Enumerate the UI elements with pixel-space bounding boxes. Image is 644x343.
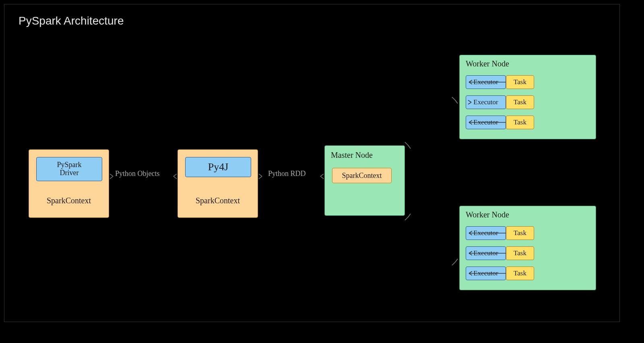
task-box: Task [506,226,534,240]
task-label: Task [514,118,526,126]
py4j-label: Py4J [208,161,229,173]
worker-node-2-title: Worker Node [460,210,596,219]
master-node-container: Master Node SparkContext [324,145,405,216]
task-box: Task [506,95,534,109]
worker-node-2: Worker Node Executor Task Executor [459,206,596,290]
task-box: Task [506,267,534,280]
py4j-master-arrow [258,172,324,184]
task-label: Task [514,249,526,257]
task-label: Task [514,78,526,86]
task-box: Task [506,75,534,89]
task-label: Task [514,269,526,277]
master-worker2-arrow [405,214,459,266]
py4j-sparkcontext-label: SparkContext [178,196,258,205]
pyspark-driver-label: PySpark Driver [57,161,81,177]
diagram-canvas: PySpark Architecture PySpark Driver Spar… [4,4,620,322]
master-sparkcontext-box: SparkContext [332,168,392,183]
master-worker1-arrow [405,97,459,149]
py4j-container: Py4J SparkContext [178,149,258,218]
task-box: Task [506,116,534,129]
task-box: Task [506,246,534,260]
diagram-title: PySpark Architecture [19,14,124,27]
driver-py4j-arrow [109,172,178,184]
task-label: Task [514,98,526,106]
master-sparkcontext-label: SparkContext [342,172,382,180]
py4j-label-box: Py4J [185,157,251,177]
pyspark-driver-label-box: PySpark Driver [36,157,102,181]
pyspark-driver-container: PySpark Driver SparkContext [29,149,109,218]
worker-node-1-title: Worker Node [460,59,596,68]
task-label: Task [514,229,526,237]
master-node-title: Master Node [325,151,405,160]
worker-node-1: Worker Node Executor Task Executor [459,55,596,139]
driver-sparkcontext-label: SparkContext [29,196,109,205]
